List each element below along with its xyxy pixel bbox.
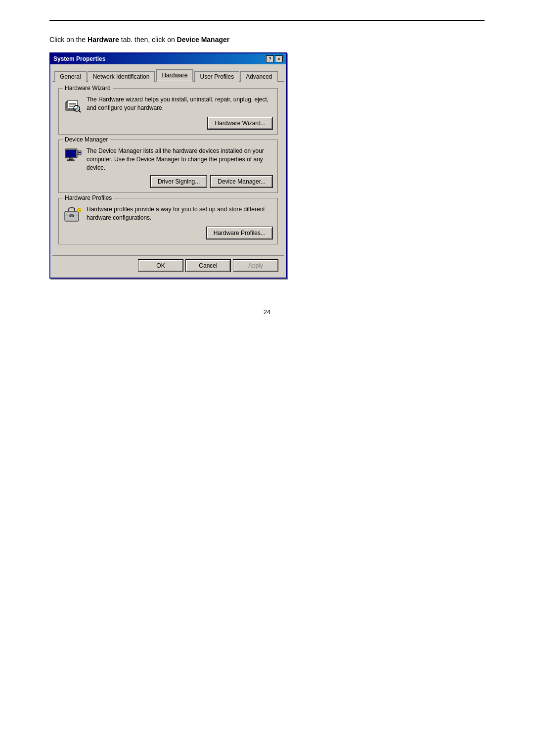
hardware-wizard-legend: Hardware Wizard: [63, 85, 113, 92]
ok-button[interactable]: OK: [138, 260, 183, 272]
hardware-wizard-text: The Hardware wizard helps you install, u…: [87, 95, 272, 112]
cancel-button[interactable]: Cancel: [186, 260, 230, 272]
tab-network-identification[interactable]: Network Identification: [88, 71, 155, 82]
dialog-title: System Properties: [53, 55, 105, 62]
hardware-profiles-text: Hardware profiles provide a way for you …: [87, 205, 272, 222]
svg-point-7: [75, 107, 78, 110]
device-manager-section: Device Manager: [58, 140, 278, 193]
device-manager-text: The Device Manager lists all the hardwar…: [87, 147, 272, 172]
svg-line-8: [79, 110, 81, 112]
svg-rect-12: [67, 160, 74, 161]
device-manager-svg: [64, 147, 82, 165]
device-manager-icon: [64, 147, 82, 165]
device-manager-legend: Device Manager: [63, 136, 110, 143]
system-properties-dialog: System Properties ? × General Network Id…: [49, 52, 287, 279]
hardware-wizard-svg: [64, 95, 82, 113]
device-manager-buttons: Driver Signing... Device Manager...: [64, 176, 272, 188]
apply-button[interactable]: Apply: [233, 260, 278, 272]
tab-hardware[interactable]: Hardware: [156, 69, 193, 82]
tab-strip: General Network Identification Hardware …: [52, 66, 284, 82]
hardware-wizard-inner: The Hardware wizard helps you install, u…: [64, 95, 272, 113]
svg-rect-17: [71, 216, 73, 217]
hardware-wizard-section: Hardware Wizard: [58, 88, 278, 135]
hardware-profiles-section: Hardware Profiles: [58, 198, 278, 244]
svg-rect-14: [79, 152, 81, 153]
title-bar: System Properties ? ×: [50, 53, 286, 64]
hardware-profiles-legend: Hardware Profiles: [63, 194, 114, 201]
device-manager-inner: The Device Manager lists all the hardwar…: [64, 147, 272, 172]
hardware-wizard-icon: [64, 95, 82, 113]
hardware-wizard-button[interactable]: Hardware Wizard...: [208, 117, 272, 129]
top-rule: [49, 20, 485, 21]
instruction-paragraph: Click on the Hardware tab. then, click o…: [49, 36, 485, 44]
title-bar-buttons: ? ×: [266, 55, 283, 62]
hardware-profiles-icon: [64, 205, 82, 223]
dialog-bottom: OK Cancel Apply: [52, 255, 284, 276]
tab-general[interactable]: General: [54, 71, 87, 82]
svg-rect-11: [69, 158, 72, 160]
close-button[interactable]: ×: [275, 55, 283, 62]
hardware-profiles-inner: Hardware profiles provide a way for you …: [64, 205, 272, 223]
hardware-profiles-button[interactable]: Hardware Profiles...: [207, 227, 272, 239]
hardware-profiles-svg: [64, 205, 82, 223]
svg-rect-10: [66, 150, 76, 157]
device-manager-two-buttons: Driver Signing... Device Manager...: [151, 176, 272, 188]
tab-content-hardware: Hardware Wizard: [52, 82, 284, 255]
tab-advanced[interactable]: Advanced: [240, 71, 277, 82]
device-manager-button[interactable]: Device Manager...: [211, 176, 272, 188]
dialog-body: General Network Identification Hardware …: [50, 64, 286, 278]
help-button[interactable]: ?: [266, 55, 274, 62]
page-number: 24: [49, 308, 485, 316]
hardware-wizard-buttons: Hardware Wizard...: [64, 117, 272, 129]
tab-user-profiles[interactable]: User Profiles: [194, 71, 239, 82]
driver-signing-button[interactable]: Driver Signing...: [151, 176, 207, 188]
hardware-profiles-buttons: Hardware Profiles...: [64, 227, 272, 239]
